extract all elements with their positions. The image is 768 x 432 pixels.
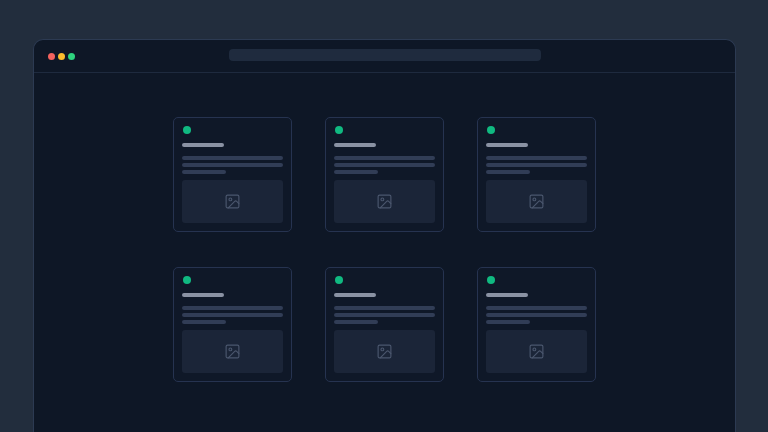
text-line-placeholder xyxy=(334,320,378,324)
placeholder-card[interactable] xyxy=(173,117,292,232)
text-line-placeholder xyxy=(182,156,283,160)
text-line-placeholder xyxy=(334,156,435,160)
text-line-placeholder xyxy=(182,320,226,324)
title-placeholder xyxy=(486,293,528,297)
image-icon xyxy=(528,193,545,210)
image-placeholder xyxy=(334,180,435,223)
text-line-placeholder xyxy=(182,313,283,317)
image-placeholder xyxy=(334,330,435,373)
window-content xyxy=(34,73,735,382)
placeholder-card[interactable] xyxy=(173,267,292,382)
image-placeholder xyxy=(182,180,283,223)
status-dot xyxy=(183,276,191,284)
text-line-placeholder xyxy=(334,163,435,167)
status-dot xyxy=(335,276,343,284)
image-icon xyxy=(376,343,393,360)
image-placeholder xyxy=(486,330,587,373)
image-placeholder xyxy=(182,330,283,373)
text-line-placeholder xyxy=(486,320,530,324)
text-line-placeholder xyxy=(486,170,530,174)
text-line-placeholder xyxy=(182,170,226,174)
title-placeholder xyxy=(334,293,376,297)
title-placeholder xyxy=(182,143,224,147)
image-icon xyxy=(376,193,393,210)
title-placeholder xyxy=(182,293,224,297)
title-placeholder xyxy=(486,143,528,147)
status-dot xyxy=(487,126,495,134)
placeholder-card[interactable] xyxy=(325,267,444,382)
text-line-placeholder xyxy=(182,163,283,167)
maximize-button[interactable] xyxy=(68,53,75,60)
image-icon xyxy=(528,343,545,360)
card-grid xyxy=(173,117,596,382)
placeholder-card[interactable] xyxy=(477,267,596,382)
image-placeholder xyxy=(486,180,587,223)
placeholder-card[interactable] xyxy=(477,117,596,232)
text-line-placeholder xyxy=(182,306,283,310)
status-dot xyxy=(335,126,343,134)
address-bar[interactable] xyxy=(229,49,541,61)
text-line-placeholder xyxy=(334,306,435,310)
text-line-placeholder xyxy=(486,313,587,317)
text-line-placeholder xyxy=(334,313,435,317)
text-line-placeholder xyxy=(334,170,378,174)
status-dot xyxy=(487,276,495,284)
browser-window xyxy=(33,39,736,432)
title-placeholder xyxy=(334,143,376,147)
window-controls xyxy=(48,53,75,60)
window-titlebar xyxy=(34,40,735,73)
image-icon xyxy=(224,343,241,360)
text-line-placeholder xyxy=(486,306,587,310)
status-dot xyxy=(183,126,191,134)
text-line-placeholder xyxy=(486,163,587,167)
close-button[interactable] xyxy=(48,53,55,60)
minimize-button[interactable] xyxy=(58,53,65,60)
text-line-placeholder xyxy=(486,156,587,160)
image-icon xyxy=(224,193,241,210)
placeholder-card[interactable] xyxy=(325,117,444,232)
